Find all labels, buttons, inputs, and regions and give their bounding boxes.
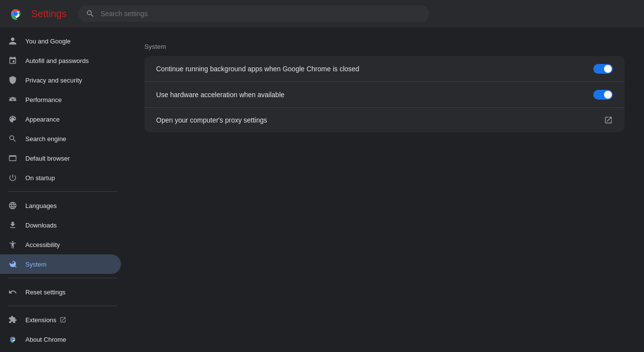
external-link-small-icon (60, 316, 66, 323)
setting-row-background-apps: Continue running background apps when Go… (144, 56, 624, 82)
sidebar-item-languages[interactable]: Languages (0, 196, 121, 215)
power-icon (8, 173, 18, 183)
sidebar-label-about-chrome: About Chrome (25, 336, 66, 343)
sidebar-label-search-engine: Search engine (25, 135, 66, 143)
accessibility-icon (8, 240, 18, 249)
sidebar-item-extensions[interactable]: Extensions (0, 310, 121, 330)
external-link-icon[interactable] (604, 116, 613, 124)
sidebar-label-appearance: Appearance (25, 116, 60, 123)
svg-point-1 (14, 12, 18, 16)
sidebar-item-privacy[interactable]: Privacy and security (0, 70, 121, 90)
sidebar-label-downloads: Downloads (25, 222, 57, 229)
sidebar-item-autofill[interactable]: Autofill and passwords (0, 51, 121, 70)
puzzle-icon (8, 315, 18, 325)
gauge-icon (8, 95, 18, 104)
sidebar-divider-1 (8, 191, 117, 192)
search-engine-icon (8, 134, 18, 144)
sidebar-item-default-browser[interactable]: Default browser (0, 148, 121, 168)
settings-card: Continue running background apps when Go… (144, 56, 624, 132)
sidebar-item-about-chrome[interactable]: About Chrome (0, 330, 121, 349)
sidebar-label-privacy: Privacy and security (25, 77, 82, 84)
person-icon (8, 36, 18, 46)
sidebar-label-languages: Languages (25, 202, 57, 209)
wrench-icon (8, 259, 18, 269)
content-area: System Continue running background apps … (125, 27, 644, 352)
globe-icon (8, 201, 18, 210)
setting-label-proxy-settings: Open your computer's proxy settings (156, 116, 604, 124)
sidebar-label-on-startup: On startup (25, 174, 55, 182)
sidebar-item-search-engine[interactable]: Search engine (0, 129, 121, 148)
sidebar-label-extensions: Extensions (25, 316, 57, 324)
setting-row-proxy-settings[interactable]: Open your computer's proxy settings (144, 108, 624, 132)
sidebar-label-system: System (25, 261, 46, 268)
shield-icon (8, 75, 18, 85)
sidebar-label-autofill: Autofill and passwords (25, 57, 89, 64)
search-icon (86, 9, 95, 18)
sidebar-divider-3 (8, 306, 117, 306)
sidebar-label-performance: Performance (25, 96, 61, 104)
sidebar-item-performance[interactable]: Performance (0, 90, 121, 109)
chrome-logo-icon (8, 6, 23, 21)
sidebar-label-default-browser: Default browser (25, 155, 70, 162)
sidebar-item-appearance[interactable]: Appearance (0, 109, 121, 129)
search-bar[interactable] (78, 5, 429, 22)
sidebar-label-you-and-google: You and Google (25, 38, 71, 45)
settings-title-text: Settings (31, 8, 66, 19)
sidebar-divider-2 (8, 278, 117, 278)
autofill-icon (8, 56, 18, 65)
sidebar-item-accessibility[interactable]: Accessibility (0, 235, 121, 254)
sidebar-label-accessibility: Accessibility (25, 241, 60, 248)
sidebar-item-on-startup[interactable]: On startup (0, 168, 121, 187)
download-icon (8, 220, 18, 230)
setting-label-hardware-acceleration: Use hardware acceleration when available (156, 91, 593, 99)
toggle-background-apps[interactable] (593, 64, 613, 74)
about-chrome-icon (8, 334, 18, 344)
toggle-hardware-acceleration[interactable] (593, 90, 613, 100)
svg-point-3 (11, 338, 14, 340)
sidebar-item-reset-settings[interactable]: Reset settings (0, 282, 121, 302)
palette-icon (8, 114, 18, 124)
toggle-thumb-background-apps (604, 65, 612, 73)
page-title: Settings (31, 8, 66, 20)
sidebar-item-downloads[interactable]: Downloads (0, 215, 121, 235)
sidebar-label-reset-settings: Reset settings (25, 289, 65, 296)
setting-row-hardware-acceleration: Use hardware acceleration when available (144, 82, 624, 108)
browser-icon (8, 153, 18, 163)
search-input[interactable] (101, 10, 422, 18)
section-title: System (144, 43, 624, 50)
top-bar: Settings (0, 0, 644, 27)
sidebar-item-you-and-google[interactable]: You and Google (0, 31, 121, 51)
setting-label-background-apps: Continue running background apps when Go… (156, 65, 593, 73)
sidebar-item-system[interactable]: System (0, 254, 121, 274)
main-layout: You and Google Autofill and passwords Pr… (0, 27, 644, 352)
sidebar: You and Google Autofill and passwords Pr… (0, 27, 125, 352)
reset-icon (8, 287, 18, 297)
toggle-thumb-hardware-acceleration (604, 91, 612, 99)
